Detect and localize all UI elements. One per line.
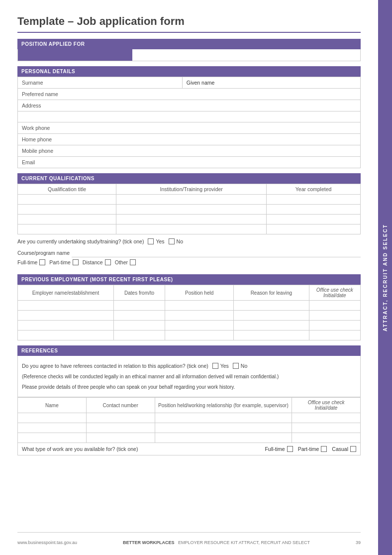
table-row <box>18 205 361 215</box>
avail-fulltime-label: Full-time <box>265 446 285 452</box>
table-row: Name Contact number Position held/workin… <box>18 398 361 413</box>
footer-subtitle: EMPLOYER RESOURCE KIT ATTRACT, RECRUIT A… <box>178 540 310 545</box>
availability-question-text: What type of work are you available for?… <box>22 446 260 452</box>
table-row: Home phone <box>18 134 361 145</box>
table-row: Employer name/establishment Dates from/t… <box>18 285 361 301</box>
page-title: Template – Job application form <box>17 15 361 33</box>
references-header: REFERENCES <box>17 345 361 356</box>
ref-col1-header: Name <box>18 398 87 413</box>
given-name-label: Given name <box>182 77 360 89</box>
fulltime-label: Full-time <box>17 259 37 265</box>
employment-table: Employer name/establishment Dates from/t… <box>17 285 361 340</box>
availability-options: Full-time Part-time Casual <box>265 446 356 452</box>
distance-checkbox[interactable] <box>105 259 111 265</box>
footer-center: BETTER WORKPLACES EMPLOYER RESOURCE KIT … <box>123 540 310 545</box>
ref-office-use-label: Office use check <box>308 400 345 405</box>
table-row <box>18 311 361 321</box>
avail-parttime-checkbox[interactable] <box>321 446 327 452</box>
ref-col2-header: Contact number <box>86 398 155 413</box>
availability-row: What type of work are you available for?… <box>17 443 361 455</box>
other-checkbox[interactable] <box>130 259 136 265</box>
avail-parttime-label: Part-time <box>298 446 319 452</box>
surname-label: Surname <box>18 77 183 89</box>
ref-col3-header: Position held/working relationship (for … <box>155 398 292 413</box>
table-row: Mobile phone <box>18 145 361 157</box>
no-checkbox[interactable] <box>169 238 175 244</box>
employment-header: PREVIOUS EMPLOYMENT (MOST RECENT FIRST P… <box>17 274 361 285</box>
avail-casual-checkbox[interactable] <box>350 446 356 452</box>
work-phone-label: Work phone <box>18 122 361 134</box>
course-label-text: Course/program name <box>17 250 70 256</box>
table-row: Work phone <box>18 122 361 134</box>
no-label: No <box>177 238 183 244</box>
ref-info1: (Reference checks will be conducted lega… <box>22 373 356 380</box>
side-tab: ATTRACT, RECRUIT AND SELECT <box>378 0 392 555</box>
ref-col4-header: Office use check Initial/date <box>292 398 361 413</box>
qual-col3-header: Year completed <box>267 184 361 195</box>
study-type-row: Full-time Part-time Distance Other <box>17 259 361 265</box>
qualifications-table: Qualification title Institution/Training… <box>17 184 361 234</box>
qual-col1-header: Qualification title <box>18 184 116 195</box>
mobile-phone-label: Mobile phone <box>18 145 361 157</box>
no-checkbox-item[interactable]: No <box>169 238 183 244</box>
fulltime-item[interactable]: Full-time <box>17 259 45 265</box>
ref-no-item[interactable]: No <box>233 363 247 369</box>
other-item[interactable]: Other <box>115 259 136 265</box>
yes-checkbox[interactable] <box>148 238 154 244</box>
qual-col2-header: Institution/Training provider <box>116 184 267 195</box>
table-row <box>18 423 361 433</box>
ref-yes-item[interactable]: Yes <box>212 363 229 369</box>
ref-no-label: No <box>241 363 247 369</box>
table-row: Email <box>18 157 361 168</box>
table-row: Qualification title Institution/Training… <box>18 184 361 195</box>
course-program-row: Course/program name <box>17 248 361 257</box>
emp-col2-header: Dates from/to <box>113 285 165 301</box>
page-footer: www.businesspoint.tas.gov.au BETTER WORK… <box>17 532 361 545</box>
fulltime-checkbox[interactable] <box>39 259 45 265</box>
office-use-label: Office use check <box>316 287 353 293</box>
initial-date-label: Initial/date <box>323 293 346 298</box>
parttime-checkbox[interactable] <box>73 259 79 265</box>
emp-col3-header: Position held <box>165 285 234 301</box>
avail-casual-item[interactable]: Casual <box>332 446 356 452</box>
parttime-label: Part-time <box>49 259 71 265</box>
study-training-row: Are you currently undertaking study/trai… <box>17 238 361 244</box>
distance-item[interactable]: Distance <box>83 259 111 265</box>
ref-yes-checkbox[interactable] <box>212 363 218 369</box>
other-label: Other <box>115 259 128 265</box>
study-question-text: Are you currently undertaking study/trai… <box>17 238 144 244</box>
address-label: Address <box>18 100 361 111</box>
avail-casual-label: Casual <box>332 446 348 452</box>
emp-col4-header: Reason for leaving <box>234 285 309 301</box>
ref-no-checkbox[interactable] <box>233 363 239 369</box>
avail-fulltime-item[interactable]: Full-time <box>265 446 293 452</box>
position-header: POSITION APPLIED FOR <box>17 39 361 49</box>
avail-fulltime-checkbox[interactable] <box>287 446 293 452</box>
table-row <box>18 215 361 224</box>
personal-header: PERSONAL DETAILS <box>17 66 361 77</box>
table-row: Preferred name <box>18 89 361 100</box>
table-row: Surname Given name <box>18 77 361 89</box>
parttime-item[interactable]: Part-time <box>49 259 79 265</box>
emp-col1-header: Employer name/establishment <box>18 285 114 301</box>
table-row <box>18 413 361 423</box>
yes-label: Yes <box>156 238 164 244</box>
preferred-name-label: Preferred name <box>18 89 361 100</box>
emp-col5-header: Office use check Initial/date <box>309 285 360 301</box>
table-row: Address <box>18 100 361 111</box>
email-label: Email <box>18 157 361 168</box>
footer-page: 39 <box>356 540 361 545</box>
table-row <box>18 111 361 122</box>
referee-contact-row: Do you agree to have referees contacted … <box>22 363 356 369</box>
table-row <box>18 433 361 443</box>
distance-label: Distance <box>83 259 103 265</box>
table-row <box>18 224 361 234</box>
personal-details-table: Surname Given name Preferred name Addres… <box>17 77 361 168</box>
table-row <box>18 195 361 205</box>
table-row <box>18 331 361 340</box>
avail-parttime-item[interactable]: Part-time <box>298 446 327 452</box>
footer-website: www.businesspoint.tas.gov.au <box>17 540 77 545</box>
ref-initial-date-label: Initial/date <box>315 405 338 411</box>
ref-yes-label: Yes <box>220 363 229 369</box>
yes-checkbox-item[interactable]: Yes <box>148 238 164 244</box>
